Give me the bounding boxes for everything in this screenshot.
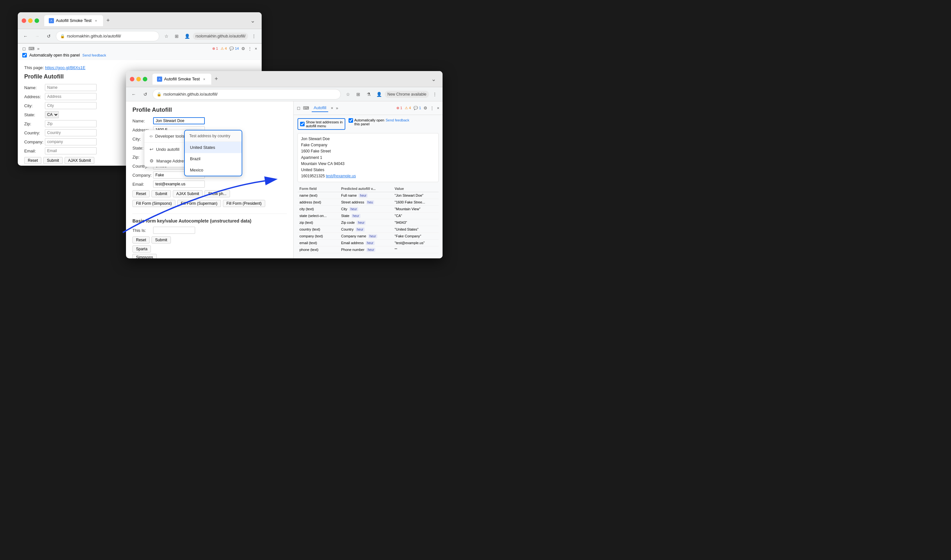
front-close-button[interactable] (130, 77, 134, 82)
extension-icon[interactable]: ⊞ (172, 32, 181, 41)
value-cell: "CA" (393, 212, 439, 219)
email-input[interactable] (45, 147, 97, 154)
name-input[interactable] (45, 84, 97, 91)
close-devtools-front[interactable]: × (437, 106, 439, 111)
new-tab-button[interactable]: + (105, 17, 111, 24)
send-feedback-front[interactable]: Send feedback (386, 118, 409, 122)
front-extension-icon[interactable]: ⊞ (354, 90, 363, 99)
front-more-icon[interactable]: ⋮ (430, 90, 439, 99)
tab-favicon: A (49, 18, 54, 23)
company-input[interactable] (45, 138, 97, 145)
front-back-btn[interactable]: ← (129, 90, 138, 99)
front-page: Profile Autofill Name: Address: City: St… (126, 102, 293, 258)
front-toolbar: ← ↺ 🔒 rsolomakhin.github.io/autofill/ ☆ … (126, 87, 443, 102)
front-tab-area: A Autofill Smoke Test × + (152, 74, 426, 85)
front-star-icon[interactable]: ☆ (343, 90, 352, 99)
warning-badge-front: ⚠ 4 (405, 106, 411, 110)
predicted-cell: Street address heu (339, 199, 393, 206)
show-test-addresses-checkbox[interactable] (300, 122, 305, 126)
settings-icon-back[interactable]: ⚙ (241, 46, 245, 51)
front-minimize-button[interactable] (136, 77, 141, 82)
country-mexico[interactable]: Mexico (185, 165, 242, 176)
front-toolbar-icons: ☆ ⊞ ⚗ 👤 New Chrome available ⋮ (343, 90, 439, 99)
front-profile-icon[interactable]: 👤 (374, 90, 383, 99)
zip-input[interactable] (45, 120, 97, 127)
state-select[interactable]: CA (45, 111, 59, 118)
front-maximize-button[interactable] (143, 77, 147, 82)
submit-button-back[interactable]: Submit (43, 157, 62, 164)
country-us[interactable]: United States (185, 142, 242, 153)
basic-reset-btn[interactable]: Reset (132, 236, 149, 243)
profile-icon[interactable]: 👤 (183, 32, 192, 41)
country-brazil[interactable]: Brazil (185, 153, 242, 165)
front-active-tab[interactable]: A Autofill Smoke Test × (152, 74, 211, 85)
back-nav-button[interactable]: ← (21, 32, 30, 41)
forward-nav-button[interactable]: → (32, 32, 42, 41)
front-new-tab[interactable]: + (213, 75, 219, 82)
email-label: Email: (24, 149, 44, 154)
maximize-button[interactable] (35, 18, 39, 23)
front-reset-btn[interactable]: Reset (132, 190, 149, 197)
show-test-addresses-option: Show test addresses in autofill menu (297, 118, 345, 130)
devtools-sources-icon[interactable]: ⌨ (28, 46, 35, 51)
devtools-elements-front[interactable]: ◻ (297, 106, 300, 111)
front-fill-superman[interactable]: Fill Form (Superman) (177, 200, 221, 207)
this-is-input[interactable] (153, 227, 195, 234)
new-chrome-label-front[interactable]: New Chrome available (385, 91, 429, 98)
front-show-ph-btn[interactable]: Show ph... (205, 190, 230, 197)
table-row: city (text) City heur "Mountain View" (297, 206, 439, 212)
basic-form-title: Basic form key/value Autocomplete (unstr… (132, 218, 287, 223)
col-predicted: Predicted autofill v... (339, 185, 393, 192)
card-phone: 16019521325 (301, 174, 325, 178)
country-input[interactable] (45, 129, 97, 136)
reset-button-back[interactable]: Reset (24, 157, 42, 164)
address-input[interactable] (45, 93, 97, 100)
card-email[interactable]: test@example.us (326, 174, 356, 178)
front-reload-btn[interactable]: ↺ (141, 90, 150, 99)
front-email-row: Email: (132, 180, 287, 188)
ajax-submit-back[interactable]: AJAX Submit (65, 157, 95, 164)
front-ajax-btn[interactable]: AJAX Submit (173, 190, 203, 197)
front-email-input[interactable] (153, 180, 205, 188)
front-experiments-icon[interactable]: ⚗ (364, 90, 373, 99)
front-name-input[interactable] (153, 117, 205, 124)
front-address-bar[interactable]: 🔒 rsolomakhin.github.io/autofill/ (152, 89, 341, 100)
autofill-tab[interactable]: Autofill (312, 104, 328, 112)
predicted-cell: Country heur (339, 226, 393, 233)
devtools-network-front[interactable]: ⌨ (303, 106, 309, 111)
country-dropdown-header: Test address by country (185, 131, 242, 142)
more-icon[interactable]: ⋮ (249, 32, 259, 41)
active-tab[interactable]: A Autofill Smoke Test × (44, 15, 103, 26)
minimize-button[interactable] (28, 18, 32, 23)
front-tab-close[interactable]: × (202, 77, 207, 82)
front-submit-btn[interactable]: Submit (151, 190, 171, 197)
city-input[interactable] (45, 102, 97, 109)
devtools-elements-icon[interactable]: ◻ (22, 46, 26, 51)
simpsons-btn[interactable]: Simpsons (132, 254, 157, 258)
address-bar[interactable]: 🔒 rsolomakhin.github.io/autofill/ (56, 31, 159, 42)
more-icon-back[interactable]: ⋮ (248, 46, 252, 51)
auto-open-checkbox-back[interactable] (22, 53, 27, 57)
city-label: City: (24, 103, 44, 108)
settings-front[interactable]: ⚙ (423, 106, 427, 111)
basic-submit-btn[interactable]: Submit (151, 236, 171, 243)
autofill-tab-close[interactable]: × (331, 106, 333, 111)
reload-button[interactable]: ↺ (44, 32, 53, 41)
devtools-back: ◻ ⌨ » ⊗ 1 ⚠ 4 💬 14 ⚙ ⋮ × Automatically o… (18, 43, 262, 60)
send-feedback-link-back[interactable]: Send feedback (82, 53, 106, 57)
star-icon[interactable]: ☆ (162, 32, 171, 41)
close-devtools-back[interactable]: × (255, 46, 257, 51)
auto-open-checkbox-front[interactable] (349, 118, 353, 123)
close-button[interactable] (22, 18, 26, 23)
devtools-expand-front[interactable]: » (336, 106, 338, 111)
tab-close-button[interactable]: × (93, 18, 98, 23)
front-fill-simpsons[interactable]: Fill Form (Simpsons) (132, 200, 175, 207)
sparta-btn[interactable]: Sparta (132, 245, 151, 252)
page-link[interactable]: https://goo.gl/B6Xs1E (45, 65, 85, 70)
devtools-expand-icon[interactable]: » (37, 46, 39, 51)
new-chrome-label-back[interactable]: rsolomakhin.github.io/autofill/ (193, 32, 248, 40)
front-fill-president[interactable]: Fill Form (President) (223, 200, 265, 207)
autofill-panel: Show test addresses in autofill menu Aut… (294, 115, 443, 257)
auto-open-label-back: Automatically open this panel (29, 53, 80, 57)
more-front[interactable]: ⋮ (430, 106, 434, 111)
